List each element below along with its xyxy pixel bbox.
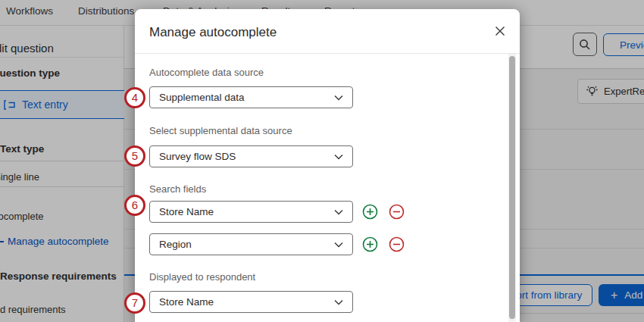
- callout-7: 7: [124, 292, 145, 314]
- modal-close-button[interactable]: [494, 25, 506, 37]
- chevron-down-icon: [334, 209, 343, 215]
- callout-4: 4: [124, 87, 145, 108]
- close-icon: [495, 26, 505, 36]
- autocomplete-source-label: Autocomplete data source: [149, 67, 264, 78]
- chevron-down-icon: [334, 242, 343, 248]
- callout-6: 6: [124, 195, 145, 216]
- plus-circle-icon: [362, 204, 378, 220]
- search-field-value-1: Store Name: [159, 206, 214, 217]
- callout-5: 5: [124, 145, 145, 167]
- displayed-to-respondent-value: Store Name: [159, 296, 214, 308]
- displayed-to-respondent-select[interactable]: Store Name: [149, 291, 353, 313]
- autocomplete-source-value: Supplemental data: [159, 92, 245, 103]
- autocomplete-source-select[interactable]: Supplemental data: [149, 86, 353, 108]
- minus-circle-icon: [389, 204, 405, 220]
- plus-circle-icon: [362, 236, 378, 252]
- add-search-field-button[interactable]: [362, 204, 378, 220]
- supplemental-source-label: Select supplemental data source: [149, 125, 292, 136]
- manage-autocomplete-modal: Manage autocomplete Autocomplete data so…: [135, 9, 520, 322]
- search-field-select-2[interactable]: Region: [149, 233, 353, 255]
- minus-circle-icon: [389, 236, 405, 252]
- search-fields-label: Search fields: [149, 183, 206, 195]
- modal-header-divider: [135, 53, 520, 54]
- displayed-to-respondent-label: Displayed to respondent: [149, 271, 255, 283]
- add-search-field-button[interactable]: [362, 236, 378, 252]
- supplemental-source-value: Survey flow SDS: [159, 151, 236, 162]
- supplemental-source-select[interactable]: Survey flow SDS: [149, 145, 353, 167]
- remove-search-field-button[interactable]: [389, 204, 405, 220]
- chevron-down-icon: [334, 95, 343, 101]
- modal-scrollbar-thumb[interactable]: [509, 56, 515, 319]
- chevron-down-icon: [334, 154, 343, 160]
- app-screen: Workflows Distributions Data & Analysis …: [0, 0, 644, 322]
- remove-search-field-button[interactable]: [389, 236, 405, 252]
- search-field-select-1[interactable]: Store Name: [149, 201, 353, 223]
- search-field-value-2: Region: [159, 239, 192, 250]
- modal-title: Manage autocomplete: [149, 25, 277, 40]
- chevron-down-icon: [334, 299, 343, 305]
